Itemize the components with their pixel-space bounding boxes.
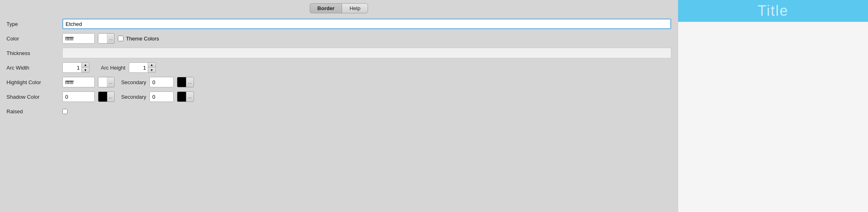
highlight-color-row: Highlight Color ... Secondary ...	[6, 76, 671, 89]
raised-label: Raised	[6, 108, 59, 114]
color-hex-input[interactable]	[62, 33, 95, 44]
highlight-hex-input[interactable]	[62, 77, 95, 87]
arc-width-spinner-buttons: ▲ ▼	[82, 62, 89, 73]
tab-bar: Border Help	[0, 0, 678, 13]
color-swatch-white	[98, 34, 107, 43]
arc-height-label: Arc Height	[101, 65, 126, 71]
highlight-secondary-color-button[interactable]: ...	[177, 77, 194, 87]
color-picker-button[interactable]: ...	[98, 33, 115, 44]
raised-row: Raised	[6, 105, 671, 118]
shadow-color-picker-button[interactable]: ...	[98, 91, 115, 102]
arc-width-input[interactable]	[62, 62, 82, 73]
type-label: Type	[6, 21, 59, 27]
preview-title-bar: Title	[678, 0, 868, 22]
tab-border[interactable]: Border	[310, 3, 342, 13]
shadow-hex-input[interactable]	[62, 91, 95, 102]
highlight-color-swatch	[98, 77, 107, 87]
arc-height-spinner: ▲ ▼	[129, 62, 156, 73]
preview-panel: Title	[678, 0, 868, 212]
shadow-color-swatch	[98, 92, 107, 102]
highlight-color-btn-dots: ...	[107, 80, 114, 85]
thickness-row: Thickness	[6, 47, 671, 59]
shadow-color-btn-dots: ...	[107, 94, 114, 99]
highlight-color-label: Highlight Color	[6, 79, 59, 85]
main-panel: Border Help Type Color ... Theme Colors …	[0, 0, 678, 212]
preview-body	[678, 22, 868, 212]
highlight-secondary-label: Secondary	[121, 79, 146, 85]
tab-help[interactable]: Help	[342, 3, 368, 13]
shadow-color-label: Shadow Color	[6, 94, 59, 100]
shadow-secondary-input[interactable]	[149, 91, 174, 102]
theme-colors-container: Theme Colors	[118, 36, 159, 42]
theme-colors-label: Theme Colors	[126, 36, 159, 42]
preview-title: Title	[757, 2, 789, 19]
highlight-color-picker-button[interactable]: ...	[98, 77, 115, 87]
highlight-secondary-input[interactable]	[149, 77, 174, 87]
shadow-color-row: Shadow Color ... Secondary ...	[6, 90, 671, 103]
highlight-secondary-swatch	[177, 77, 186, 87]
arc-width-down-button[interactable]: ▼	[82, 68, 89, 72]
arc-height-up-button[interactable]: ▲	[148, 63, 155, 68]
highlight-secondary-btn-dots: ...	[186, 80, 193, 85]
arc-height-input[interactable]	[129, 62, 148, 73]
arc-height-down-button[interactable]: ▼	[148, 68, 155, 72]
color-row: Color ... Theme Colors	[6, 32, 671, 45]
thickness-input[interactable]	[62, 48, 671, 58]
arc-width-spinner: ▲ ▼	[62, 62, 89, 73]
type-input[interactable]	[62, 19, 671, 29]
arc-height-spinner-buttons: ▲ ▼	[148, 62, 156, 73]
theme-colors-checkbox[interactable]	[118, 36, 123, 41]
thickness-label: Thickness	[6, 50, 59, 56]
shadow-secondary-btn-dots: ...	[186, 94, 193, 99]
arc-width-label: Arc Width	[6, 65, 59, 71]
color-label: Color	[6, 36, 59, 42]
arc-row: Arc Width ▲ ▼ Arc Height ▲ ▼	[6, 61, 671, 74]
shadow-secondary-swatch	[177, 92, 186, 102]
arc-width-up-button[interactable]: ▲	[82, 63, 89, 68]
raised-checkbox[interactable]	[62, 109, 68, 114]
shadow-secondary-label: Secondary	[121, 94, 146, 100]
shadow-secondary-color-button[interactable]: ...	[177, 91, 194, 102]
form-area: Type Color ... Theme Colors Thickness Ar…	[0, 13, 678, 212]
type-row: Type	[6, 17, 671, 30]
color-btn-dots: ...	[107, 36, 114, 41]
